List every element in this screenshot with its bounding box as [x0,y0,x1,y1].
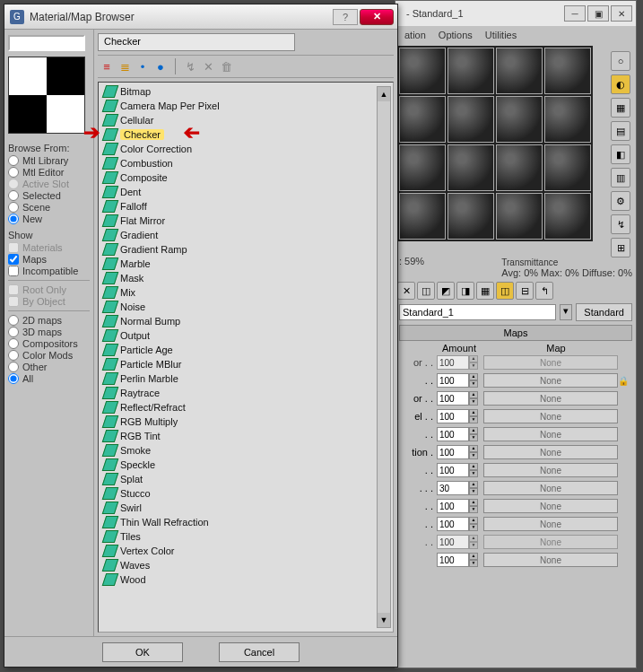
map-slot-button[interactable]: None [483,445,618,459]
amount-spinner[interactable]: 100 [437,445,469,459]
material-name-field[interactable] [399,304,556,320]
view-small-icon[interactable]: • [134,57,152,75]
background-icon[interactable]: ▦ [611,98,630,118]
sample-type-icon[interactable]: ○ [611,51,630,71]
map-slot-button[interactable]: None [483,517,618,531]
menu-item[interactable]: Utilities [482,28,520,42]
show-map-icon[interactable]: ◫ [496,282,514,300]
spin-up-icon[interactable]: ▲ [469,517,478,524]
spin-up-icon[interactable]: ▲ [469,481,478,488]
browse-radio[interactable]: New [8,214,90,224]
material-slot[interactable] [447,48,494,94]
category-radio[interactable]: Compositors [8,338,90,349]
amount-spinner[interactable]: 30 [437,481,469,495]
browse-radio[interactable]: Selected [8,190,90,201]
spin-up-icon[interactable]: ▲ [469,553,478,560]
map-list-item[interactable]: Camera Map Per Pixel [100,99,391,113]
get-material-icon[interactable]: ✕ [397,282,415,300]
map-list-item[interactable]: Reflect/Refract [100,400,391,415]
map-list-item[interactable]: Particle Age [100,343,391,357]
amount-spinner[interactable]: 100 [437,355,469,370]
material-slot[interactable] [399,48,446,94]
update-scene-icon[interactable]: ↯ [181,57,199,75]
map-slot-button[interactable]: None [483,373,618,388]
category-radio[interactable]: Color Mods [8,350,90,361]
map-list[interactable]: BitmapCamera Map Per PixelCellularChecke… [98,82,394,633]
map-list-item[interactable]: Splat [100,472,391,486]
spin-down-icon[interactable]: ▼ [469,416,478,423]
amount-spinner[interactable]: 100 [437,517,469,531]
amount-spinner[interactable]: 100 [437,499,469,513]
map-slot-button[interactable]: None [483,481,618,495]
spin-down-icon[interactable]: ▼ [469,362,478,370]
clear-library-icon[interactable]: 🗑 [217,57,235,75]
map-slot-button[interactable]: None [483,499,618,513]
amount-spinner[interactable]: 100 [437,463,469,477]
map-list-item[interactable]: RGB Multiply [100,415,391,429]
delete-library-icon[interactable]: ✕ [199,57,217,75]
browse-radio[interactable]: Mtl Editor [8,167,90,178]
map-list-item[interactable]: Wood [100,572,391,587]
assign-icon[interactable]: ◩ [437,282,455,300]
show-checkbox[interactable]: Maps [8,254,90,265]
spin-down-icon[interactable]: ▼ [469,524,478,531]
material-slot[interactable] [447,96,494,143]
map-list-item[interactable]: Falloff [100,199,391,214]
map-list-item[interactable]: Particle MBlur [100,357,391,371]
map-list-item[interactable]: Mix [100,285,391,300]
map-slot-button[interactable]: None [483,427,618,441]
amount-spinner[interactable]: 100 [437,535,469,549]
ok-button[interactable]: OK [102,642,183,662]
map-list-item[interactable]: Stucco [100,486,391,501]
selected-name-field[interactable]: Checker [98,33,295,51]
put-scene-icon[interactable]: ◫ [417,282,435,300]
map-list-item[interactable]: Gradient [100,228,391,242]
material-slot[interactable] [496,144,543,191]
spin-up-icon[interactable]: ▲ [469,427,478,434]
map-slot-button[interactable]: None [483,355,618,370]
map-slot-button[interactable]: None [483,553,618,567]
amount-spinner[interactable]: 100 [437,427,469,441]
material-slot[interactable] [496,48,543,94]
view-list-icons-icon[interactable]: ≣ [116,57,134,75]
spin-up-icon[interactable]: ▲ [469,409,478,416]
amount-spinner[interactable]: 100 [437,391,469,406]
material-slot[interactable] [399,193,446,240]
show-end-icon[interactable]: ⊟ [516,282,534,300]
spin-down-icon[interactable]: ▼ [469,470,478,477]
material-type-button[interactable]: Standard [576,303,632,321]
map-list-item[interactable]: Combustion [100,156,391,170]
category-radio[interactable]: Other [8,362,90,372]
view-large-icon[interactable]: ● [152,57,169,75]
reset-icon[interactable]: ◨ [456,282,474,300]
material-slot[interactable] [544,96,591,143]
close-button[interactable]: ✕ [360,9,394,25]
map-list-item[interactable]: Raytrace [100,386,391,400]
map-list-item[interactable]: Bitmap [100,84,391,99]
amount-spinner[interactable]: 100 [437,409,469,423]
map-list-item[interactable]: Vertex Color [100,544,391,558]
map-list-item[interactable]: Perlin Marble [100,371,391,386]
map-list-item[interactable]: Flat Mirror [100,214,391,228]
help-button[interactable]: ? [333,9,358,25]
map-list-item[interactable]: Gradient Ramp [100,242,391,257]
video-check-icon[interactable]: ◧ [611,144,630,164]
material-slot[interactable] [447,144,494,191]
spin-up-icon[interactable]: ▲ [469,463,478,470]
go-parent-icon[interactable]: ↰ [535,282,553,300]
spin-down-icon[interactable]: ▼ [469,452,478,459]
bg-close-button[interactable]: ✕ [611,5,632,22]
spin-down-icon[interactable]: ▼ [469,560,478,567]
map-list-item[interactable]: Mask [100,271,391,285]
spin-up-icon[interactable]: ▲ [469,535,478,542]
map-list-item[interactable]: Swirl [100,501,391,515]
scroll-up-icon[interactable]: ▲ [378,87,390,101]
spin-down-icon[interactable]: ▼ [469,380,478,388]
material-slot[interactable] [544,48,591,94]
map-list-item[interactable]: Noise [100,300,391,314]
spin-down-icon[interactable]: ▼ [469,398,478,406]
category-radio[interactable]: 3D maps [8,327,90,337]
spin-up-icon[interactable]: ▲ [469,445,478,452]
map-list-item[interactable]: Speckle [100,458,391,472]
spin-up-icon[interactable]: ▲ [469,355,478,362]
